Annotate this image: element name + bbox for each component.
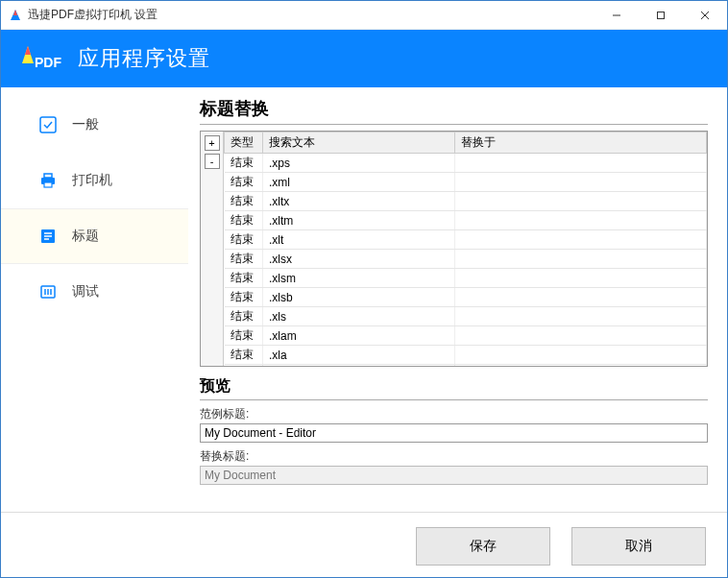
table-cell-replace[interactable] — [455, 230, 707, 250]
table-row[interactable]: 结束.xlsx — [225, 250, 707, 269]
table-cell-type[interactable]: 结束 — [225, 307, 263, 326]
window-title: 迅捷PDF虚拟打印机 设置 — [28, 7, 595, 23]
table-cell-replace[interactable] — [455, 154, 707, 173]
main-panel: 标题替换 + - 类型 搜索文本 替换于 结束.xps结束.xml结束.xltx… — [188, 87, 727, 512]
table-cell-search[interactable]: .xml — [263, 173, 455, 192]
title-table: 类型 搜索文本 替换于 结束.xps结束.xml结束.xltx结束.xltm结束… — [224, 132, 707, 366]
sidebar-item-debug[interactable]: 调试 — [1, 264, 188, 320]
table-cell-type[interactable]: 结束 — [225, 326, 263, 346]
table-cell-type[interactable]: 结束 — [225, 192, 263, 211]
cancel-button[interactable]: 取消 — [571, 527, 706, 566]
table-cell-replace[interactable] — [455, 250, 707, 269]
table-row[interactable]: 结束.wmf — [225, 365, 707, 367]
header: PDF 应用程序设置 — [1, 30, 727, 87]
sidebar-item-general[interactable]: 一般 — [1, 97, 188, 153]
titlebar: 迅捷PDF虚拟打印机 设置 — [1, 1, 727, 30]
footer: 保存 取消 — [1, 512, 727, 578]
table-row[interactable]: 结束.xltx — [225, 192, 707, 211]
table-row[interactable]: 结束.xlsb — [225, 288, 707, 307]
table-cell-search[interactable]: .xlsb — [263, 288, 455, 307]
sidebar-item-label: 标题 — [72, 228, 99, 245]
table-cell-search[interactable]: .xltx — [263, 192, 455, 211]
save-button[interactable]: 保存 — [416, 527, 550, 566]
section-title-replacement: 标题替换 — [200, 97, 708, 125]
wrench-icon — [37, 114, 59, 135]
table-cell-replace[interactable] — [455, 192, 707, 211]
app-icon — [9, 9, 22, 22]
table-row[interactable]: 结束.xml — [225, 173, 707, 192]
table-cell-search[interactable]: .xltm — [263, 211, 455, 230]
table-cell-type[interactable]: 结束 — [225, 346, 263, 365]
table-row[interactable]: 结束.xla — [225, 346, 707, 365]
example-title-input[interactable] — [200, 423, 708, 443]
table-row[interactable]: 结束.xlt — [225, 230, 707, 250]
example-title-label: 范例标题: — [200, 406, 708, 422]
table-cell-search[interactable]: .xlt — [263, 230, 455, 250]
table-cell-type[interactable]: 结束 — [225, 365, 263, 367]
table-cell-replace[interactable] — [455, 307, 707, 326]
col-replace[interactable]: 替换于 — [455, 132, 707, 154]
section-title-preview: 预览 — [200, 376, 708, 400]
table-cell-search[interactable]: .wmf — [263, 365, 455, 367]
svg-rect-8 — [40, 117, 56, 132]
svg-marker-7 — [25, 46, 31, 55]
sidebar-item-label: 打印机 — [72, 172, 112, 189]
add-row-button[interactable]: + — [205, 135, 220, 151]
debug-icon — [37, 281, 59, 302]
replaced-title-output — [200, 466, 708, 485]
col-search[interactable]: 搜索文本 — [263, 132, 455, 154]
sidebar-item-printer[interactable]: 打印机 — [1, 153, 188, 208]
maximize-button[interactable] — [639, 1, 683, 30]
logo-icon: PDF — [18, 42, 64, 75]
table-cell-search[interactable]: .xlsx — [263, 250, 455, 269]
table-cell-search[interactable]: .xla — [263, 346, 455, 365]
title-table-scroll[interactable]: 类型 搜索文本 替换于 结束.xps结束.xml结束.xltx结束.xltm结束… — [224, 132, 707, 366]
sidebar-item-label: 一般 — [72, 116, 99, 133]
table-row[interactable]: 结束.xps — [225, 154, 707, 173]
minimize-button[interactable] — [595, 1, 639, 30]
table-cell-type[interactable]: 结束 — [225, 230, 263, 250]
title-icon — [37, 226, 59, 247]
printer-icon — [37, 170, 59, 191]
title-table-area: + - 类型 搜索文本 替换于 结束.xps结束.xml结束.xltx结束.xl… — [200, 131, 708, 367]
table-cell-replace[interactable] — [455, 173, 707, 192]
table-cell-replace[interactable] — [455, 288, 707, 307]
table-cell-search[interactable]: .xlsm — [263, 269, 455, 288]
table-row[interactable]: 结束.xlsm — [225, 269, 707, 288]
table-row[interactable]: 结束.xls — [225, 307, 707, 326]
table-row[interactable]: 结束.xltm — [225, 211, 707, 230]
replaced-title-label: 替换标题: — [200, 448, 708, 465]
remove-row-button[interactable]: - — [205, 154, 220, 169]
table-cell-type[interactable]: 结束 — [225, 154, 263, 173]
table-row[interactable]: 结束.xlam — [225, 326, 707, 346]
table-cell-type[interactable]: 结束 — [225, 269, 263, 288]
header-title: 应用程序设置 — [78, 44, 210, 73]
table-cell-replace[interactable] — [455, 211, 707, 230]
table-cell-type[interactable]: 结束 — [225, 211, 263, 230]
table-cell-replace[interactable] — [455, 326, 707, 346]
sidebar-item-label: 调试 — [72, 283, 99, 301]
close-button[interactable] — [683, 1, 727, 30]
table-cell-replace[interactable] — [455, 346, 707, 365]
table-cell-type[interactable]: 结束 — [225, 288, 263, 307]
logo-text: PDF — [35, 55, 61, 70]
table-cell-search[interactable]: .xps — [263, 154, 455, 173]
table-cell-replace[interactable] — [455, 269, 707, 288]
svg-rect-11 — [44, 182, 52, 187]
table-cell-type[interactable]: 结束 — [225, 173, 263, 192]
svg-marker-1 — [13, 10, 17, 15]
table-cell-type[interactable]: 结束 — [225, 250, 263, 269]
svg-rect-3 — [658, 12, 665, 18]
sidebar-item-title[interactable]: 标题 — [1, 208, 188, 264]
table-cell-replace[interactable] — [455, 365, 707, 367]
col-type[interactable]: 类型 — [225, 132, 263, 154]
sidebar: 一般 打印机 标题 调试 — [1, 87, 188, 512]
table-cell-search[interactable]: .xlam — [263, 326, 455, 346]
svg-rect-10 — [44, 174, 52, 178]
table-cell-search[interactable]: .xls — [263, 307, 455, 326]
